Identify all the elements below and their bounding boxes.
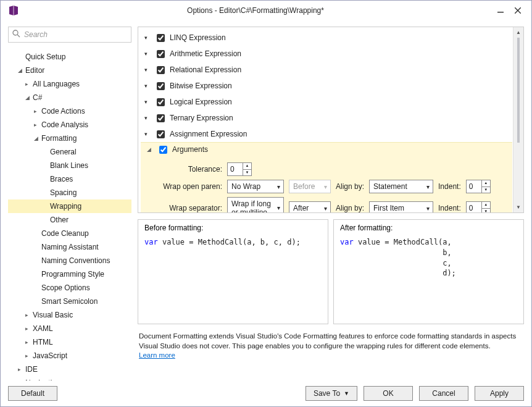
search-input[interactable]: [24, 30, 127, 39]
tree-naming-conventions[interactable]: Naming Conventions: [8, 254, 131, 267]
rule-linq-checkbox[interactable]: [157, 34, 165, 42]
wrap-open-paren-label: Wrap open paren:: [160, 182, 222, 191]
spinner-down-icon[interactable]: ▼: [243, 170, 251, 176]
scrollbar-thumb[interactable]: [517, 38, 520, 143]
chevron-right-icon[interactable]: ▸: [25, 78, 31, 90]
spinner-down-icon[interactable]: ▼: [482, 209, 490, 213]
align-by-label-2: Align by:: [336, 204, 364, 212]
app-icon: [8, 5, 19, 16]
tree-html[interactable]: ▸HTML: [8, 335, 131, 349]
tree-javascript[interactable]: ▸JavaScript: [8, 349, 131, 363]
align-by-2-combo[interactable]: First Item: [369, 201, 433, 212]
nav-tree: Quick Setup ◢Editor ▸All Languages ◢C# ▸…: [8, 48, 131, 380]
tree-naming-assistant[interactable]: Naming Assistant: [8, 240, 131, 254]
chevron-down-icon[interactable]: ◢: [25, 92, 31, 103]
tree-programming-style[interactable]: Programming Style: [8, 267, 131, 281]
chevron-down-icon: ▼: [344, 390, 349, 397]
svg-rect-0: [497, 12, 504, 13]
learn-more-link[interactable]: Learn more: [139, 351, 175, 359]
rule-arguments-checkbox[interactable]: [159, 146, 167, 154]
rule-logical[interactable]: ▾Logical Expression: [141, 94, 512, 110]
chevron-right-icon[interactable]: ▸: [34, 119, 40, 130]
rule-assignment-checkbox[interactable]: [157, 130, 165, 138]
tree-xaml[interactable]: ▸XAML: [8, 322, 131, 335]
scroll-up-icon[interactable]: ▲: [513, 27, 523, 38]
chevron-right-icon[interactable]: ▾: [144, 51, 151, 57]
chevron-right-icon[interactable]: ▸: [18, 364, 24, 375]
tree-scope-options[interactable]: Scope Options: [8, 281, 131, 295]
tree-csharp[interactable]: ◢C#: [8, 91, 131, 104]
chevron-right-icon[interactable]: ▸: [25, 309, 31, 321]
tree-code-analysis[interactable]: ▸Code Analysis: [8, 118, 131, 132]
ok-button[interactable]: OK: [364, 386, 413, 401]
chevron-right-icon[interactable]: ▾: [144, 99, 151, 105]
indent-1-spinner[interactable]: 0 ▲▼: [466, 180, 491, 193]
apply-button[interactable]: Apply: [475, 386, 524, 401]
chevron-down-icon[interactable]: ◢: [18, 65, 24, 76]
rule-relational[interactable]: ▾Relational Expression: [141, 62, 512, 78]
tree-quick-setup[interactable]: Quick Setup: [8, 50, 131, 64]
save-to-button[interactable]: Save To▼: [305, 386, 357, 401]
chevron-right-icon[interactable]: ▾: [144, 131, 151, 137]
tree-blank-lines[interactable]: Blank Lines: [8, 159, 131, 172]
rule-logical-checkbox[interactable]: [157, 98, 165, 106]
tolerance-spinner[interactable]: 0 ▲▼: [227, 162, 252, 176]
rule-bitwise[interactable]: ▾Bitwise Expression: [141, 78, 512, 94]
spinner-up-icon[interactable]: ▲: [243, 163, 251, 170]
window-title: Options - Editor\C#\Formatting\Wrapping*: [19, 6, 492, 15]
rule-arithmetic[interactable]: ▾Arithmetic Expression: [141, 46, 512, 62]
tree-code-cleanup[interactable]: Code Cleanup: [8, 227, 131, 240]
scroll-down-icon[interactable]: ▼: [513, 202, 523, 212]
spinner-up-icon[interactable]: ▲: [482, 180, 490, 187]
rule-ternary[interactable]: ▾Ternary Expression: [141, 110, 512, 126]
wrap-separator-pos-combo[interactable]: After: [289, 201, 331, 212]
search-box[interactable]: [8, 27, 131, 43]
rule-relational-checkbox[interactable]: [157, 66, 165, 74]
rule-arithmetic-checkbox[interactable]: [157, 50, 165, 58]
tree-ide[interactable]: ▸IDE: [8, 363, 131, 376]
spinner-up-icon[interactable]: ▲: [482, 202, 490, 209]
tree-all-languages[interactable]: ▸All Languages: [8, 77, 131, 91]
description-area: Document Formatting extends Visual Studi…: [138, 329, 524, 362]
cancel-button[interactable]: Cancel: [419, 386, 468, 401]
rule-assignment[interactable]: ▾Assignment Expression: [141, 126, 512, 142]
tree-general[interactable]: General: [8, 145, 131, 159]
default-button[interactable]: Default: [8, 386, 57, 401]
tree-spacing[interactable]: Spacing: [8, 186, 131, 199]
chevron-right-icon[interactable]: ▸: [34, 106, 40, 117]
chevron-right-icon[interactable]: ▸: [25, 350, 31, 361]
tree-braces[interactable]: Braces: [8, 172, 131, 186]
chevron-down-icon[interactable]: ◢: [34, 133, 40, 144]
close-button[interactable]: [509, 4, 526, 17]
scrollbar[interactable]: ▲ ▼: [513, 27, 523, 212]
rule-linq[interactable]: ▾LINQ Expression: [141, 30, 512, 46]
indent-label-1: Indent:: [438, 182, 461, 191]
wrap-separator-combo[interactable]: Wrap if long or multiline: [227, 197, 284, 212]
tree-wrapping[interactable]: Wrapping: [8, 199, 131, 213]
rule-bitwise-checkbox[interactable]: [157, 82, 165, 90]
rule-ternary-checkbox[interactable]: [157, 114, 165, 122]
tree-navigation[interactable]: ▸Navigation: [8, 376, 131, 380]
align-by-label-1: Align by:: [336, 182, 364, 191]
minimize-button[interactable]: [492, 4, 509, 17]
after-code: var value = MethodCall(a, b, c, d);: [340, 237, 517, 279]
chevron-right-icon[interactable]: ▾: [144, 115, 151, 121]
wrap-open-paren-combo[interactable]: No Wrap: [227, 180, 284, 193]
tree-formatting[interactable]: ◢Formatting: [8, 132, 131, 145]
chevron-right-icon[interactable]: ▾: [144, 35, 151, 41]
indent-2-spinner[interactable]: 0 ▲▼: [466, 201, 491, 212]
chevron-right-icon[interactable]: ▸: [25, 323, 31, 334]
spinner-down-icon[interactable]: ▼: [482, 187, 490, 193]
align-by-1-combo[interactable]: Statement: [369, 180, 433, 193]
chevron-right-icon[interactable]: ▸: [25, 337, 31, 348]
tree-other[interactable]: Other: [8, 213, 131, 227]
tree-visual-basic[interactable]: ▸Visual Basic: [8, 308, 131, 322]
chevron-right-icon[interactable]: ▾: [144, 83, 151, 89]
chevron-right-icon[interactable]: ▾: [144, 67, 151, 73]
rule-arguments-header[interactable]: ◢ Arguments: [141, 143, 512, 156]
tree-smart-semicolon[interactable]: Smart Semicolon: [8, 295, 131, 308]
tree-code-actions[interactable]: ▸Code Actions: [8, 104, 131, 118]
tree-editor[interactable]: ◢Editor: [8, 64, 131, 77]
chevron-down-icon[interactable]: ◢: [147, 146, 153, 153]
right-panel: ▾LINQ Expression ▾Arithmetic Expression …: [138, 27, 524, 380]
